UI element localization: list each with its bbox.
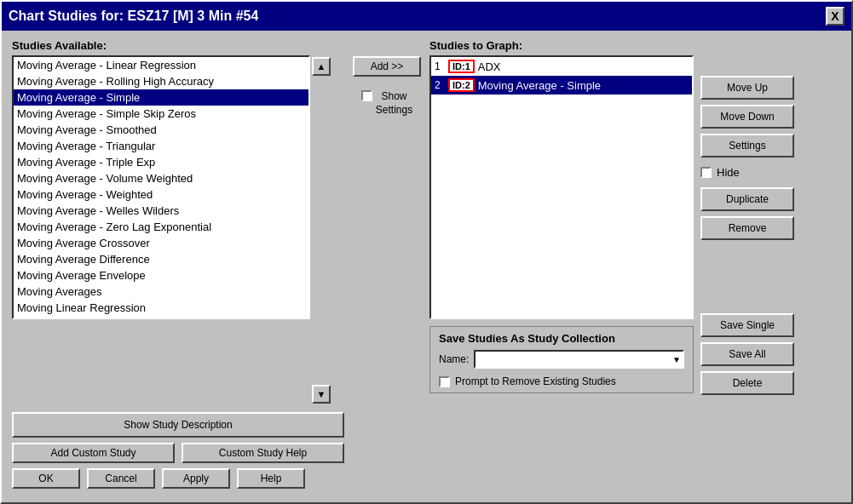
studies-list-item[interactable]: Moving Average - Simple Skip Zeros: [14, 106, 308, 122]
move-down-button[interactable]: Move Down: [700, 105, 794, 129]
hide-checkbox[interactable]: [700, 167, 712, 178]
right-area: Studies to Graph: 1ID:1ADX2ID:2Moving Av…: [429, 39, 841, 494]
close-button[interactable]: X: [826, 7, 844, 26]
graph-list-item[interactable]: 1ID:1ADX: [431, 57, 692, 76]
show-settings-label: ShowSettings: [361, 90, 412, 117]
studies-to-graph-label: Studies to Graph:: [429, 39, 841, 52]
main-window: Chart Studies for: ESZ17 [M] 3 Min #54 X…: [0, 0, 853, 504]
prompt-row: Prompt to Remove Existing Studies: [439, 375, 684, 387]
hide-label: Hide: [717, 166, 740, 179]
studies-list-item[interactable]: Moving Average - Weighted: [14, 186, 308, 203]
settings-button[interactable]: Settings: [700, 134, 794, 158]
main-area: Studies Available: Moving Average - Line…: [12, 39, 841, 494]
save-single-button[interactable]: Save Single: [700, 313, 794, 337]
name-dropdown[interactable]: ▼: [474, 350, 684, 369]
prompt-label: Prompt to Remove Existing Studies: [455, 375, 616, 387]
duplicate-button[interactable]: Duplicate: [700, 187, 794, 211]
studies-list[interactable]: Moving Average - Linear RegressionMoving…: [12, 55, 310, 319]
delete-button[interactable]: Delete: [700, 371, 794, 395]
cancel-button[interactable]: Cancel: [87, 468, 155, 489]
window-content: Studies Available: Moving Average - Line…: [2, 31, 851, 502]
show-study-description-area: Show Study Description: [12, 412, 344, 438]
middle-panel: Add >> ShowSettings: [353, 39, 421, 494]
save-section-title: Save Studies As Study Collection: [439, 332, 684, 345]
add-button[interactable]: Add >>: [353, 56, 421, 77]
graph-item-name: Moving Average - Simple: [478, 79, 601, 92]
remove-button[interactable]: Remove: [700, 216, 794, 240]
studies-list-item[interactable]: Moving Average - Triple Exp: [14, 154, 308, 170]
bottom-buttons: OK Cancel Apply Help: [12, 463, 344, 494]
save-buttons: Save Single Save All Delete: [700, 313, 794, 395]
graph-item-num: 1: [435, 60, 448, 72]
title-bar: Chart Studies for: ESZ17 [M] 3 Min #54 X: [2, 2, 851, 31]
save-all-button[interactable]: Save All: [700, 342, 794, 366]
scroll-buttons: ▲ ▼: [312, 55, 331, 405]
graph-item-id-badge: ID:2: [448, 78, 475, 92]
list-with-scroll: Moving Average - Linear RegressionMoving…: [12, 55, 344, 405]
help-button[interactable]: Help: [237, 468, 305, 489]
studies-available-label: Studies Available:: [12, 39, 344, 52]
studies-list-item[interactable]: Moving Average - Volume Weighted: [14, 170, 308, 186]
prompt-checkbox[interactable]: [439, 376, 450, 387]
window-title: Chart Studies for: ESZ17 [M] 3 Min #54: [9, 9, 258, 24]
hide-area: Hide: [700, 163, 794, 182]
name-label: Name:: [439, 353, 469, 365]
scroll-up-button[interactable]: ▲: [312, 57, 331, 76]
show-study-description-button[interactable]: Show Study Description: [12, 412, 344, 438]
studies-right-row: 1ID:1ADX2ID:2Moving Average - Simple Sav…: [429, 55, 841, 395]
left-panel: Studies Available: Moving Average - Line…: [12, 39, 344, 494]
ok-button[interactable]: OK: [12, 468, 80, 489]
studies-list-item[interactable]: Moving Average Difference: [14, 251, 308, 267]
custom-study-help-button[interactable]: Custom Study Help: [182, 443, 344, 463]
graph-list-container: 1ID:1ADX2ID:2Moving Average - Simple Sav…: [429, 55, 694, 395]
studies-list-item[interactable]: Moving Average - Welles Wilders: [14, 203, 308, 219]
move-up-button[interactable]: Move Up: [700, 76, 794, 100]
studies-list-item[interactable]: Moving Average - Triangular: [14, 138, 308, 154]
apply-button[interactable]: Apply: [162, 468, 230, 489]
scroll-down-button[interactable]: ▼: [312, 385, 331, 404]
studies-list-item[interactable]: Moving Average - Linear Regression: [14, 57, 308, 73]
graph-list[interactable]: 1ID:1ADX2ID:2Moving Average - Simple: [429, 55, 694, 319]
graph-list-item[interactable]: 2ID:2Moving Average - Simple: [431, 76, 692, 94]
studies-list-item[interactable]: Moving Average - Smoothed: [14, 122, 308, 138]
graph-item-id-badge: ID:1: [448, 60, 475, 73]
graph-item-num: 2: [435, 79, 448, 91]
dropdown-arrow-icon: ▼: [672, 355, 681, 364]
studies-list-item[interactable]: Moving Average - Zero Lag Exponential: [14, 219, 308, 235]
studies-list-item[interactable]: Moving Average - Simple: [14, 89, 308, 106]
show-settings-checkbox[interactable]: [361, 90, 372, 101]
add-custom-study-button[interactable]: Add Custom Study: [12, 443, 175, 463]
save-name-row: Name: ▼: [439, 350, 684, 369]
graph-item-name: ADX: [478, 60, 501, 73]
studies-list-item[interactable]: Moving Average Crossover: [14, 235, 308, 251]
studies-list-item[interactable]: Moving Median: [14, 316, 308, 319]
save-section: Save Studies As Study Collection Name: ▼…: [429, 326, 694, 393]
right-buttons: Move Up Move Down Settings Hide Duplicat…: [700, 55, 794, 395]
studies-list-item[interactable]: Moving Average - Rolling High Accuracy: [14, 73, 308, 89]
studies-list-item[interactable]: Moving Averages: [14, 284, 308, 300]
studies-list-item[interactable]: Moving Linear Regression: [14, 300, 308, 316]
left-bottom-buttons: Add Custom Study Custom Study Help: [12, 443, 344, 463]
show-settings-area: ShowSettings: [361, 90, 412, 117]
studies-list-item[interactable]: Moving Average Envelope: [14, 267, 308, 284]
